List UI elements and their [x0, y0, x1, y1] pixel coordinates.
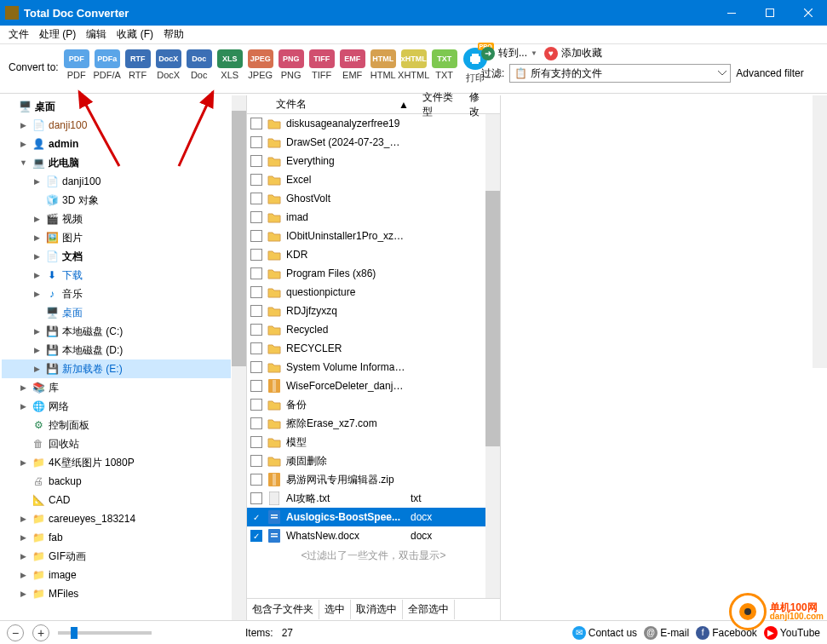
file-checkbox[interactable] [250, 455, 262, 467]
add-favorite-button[interactable]: ♥ 添加收藏 [544, 46, 602, 60]
tree-item[interactable]: ▶💾本地磁盘 (D:) [2, 341, 231, 359]
menu-file[interactable]: 文件 [9, 27, 29, 42]
minimize-button[interactable] [712, 0, 750, 26]
format-png[interactable]: PNGPNG [277, 48, 306, 80]
filelist-scrollbar-thumb[interactable] [485, 191, 500, 446]
expand-toggle[interactable]: ▶ [19, 140, 28, 149]
expand-toggle[interactable]: ▶ [32, 252, 42, 262]
file-checkbox[interactable] [250, 436, 262, 448]
menu-help[interactable]: 帮助 [164, 27, 184, 42]
expand-toggle[interactable]: ▼ [19, 158, 28, 168]
tree-item[interactable]: ⚙控制面板 [2, 416, 231, 434]
format-xls[interactable]: XLSXLS [215, 48, 244, 80]
file-checkbox[interactable] [250, 492, 262, 504]
file-checkbox[interactable] [250, 136, 262, 148]
file-row[interactable]: IObitUninstaller1Pro_xz7.com [247, 227, 500, 245]
column-name[interactable]: 文件名▲ [269, 97, 416, 112]
expand-toggle[interactable]: ▶ [32, 327, 42, 336]
filter-dropdown[interactable]: 📋 所有支持的文件 [509, 64, 731, 83]
format-xhtml[interactable]: xHTMLXHTML [399, 48, 428, 80]
menu-process[interactable]: 处理 (P) [39, 27, 76, 42]
file-checkbox[interactable] [250, 399, 262, 411]
file-row[interactable]: 擦除Erase_xz7.com [247, 414, 500, 433]
file-checkbox[interactable] [250, 230, 262, 242]
folder-tree[interactable]: 🖥️桌面▶📄danji100▶👤admin▼💻此电脑▶📄danji100🧊3D … [0, 95, 233, 605]
file-row[interactable]: ✓WhatsNew.docxdocx [247, 526, 500, 545]
file-row[interactable]: 顽固删除 [247, 451, 500, 470]
tree-item[interactable]: ▶♪音乐 [2, 285, 231, 303]
file-row[interactable]: Everything [247, 152, 500, 170]
file-row[interactable]: Excel [247, 170, 500, 189]
expand-toggle[interactable]: ▶ [19, 121, 28, 130]
tree-item[interactable]: 🖨backup [2, 472, 231, 491]
file-checkbox[interactable] [250, 267, 262, 279]
include-subfolders-button[interactable]: 包含子文件夹 [247, 600, 319, 619]
file-row[interactable]: imad [247, 208, 500, 227]
file-row[interactable]: WiseForceDeleter_danji100.com.zip [247, 377, 500, 395]
tree-item[interactable]: ▶📁GIF动画 [2, 547, 231, 566]
filelist-scrollbar[interactable] [485, 114, 500, 598]
social-contact-us[interactable]: ✉Contact us [572, 626, 637, 640]
tree-item[interactable]: 📐CAD [2, 491, 231, 509]
maximize-button[interactable] [750, 0, 789, 26]
tree-item[interactable]: ▶📁careueyes_183214 [2, 509, 231, 528]
tree-item[interactable]: 🧊3D 对象 [2, 191, 231, 210]
file-checkbox[interactable] [250, 211, 262, 223]
file-checkbox[interactable] [250, 324, 262, 336]
goto-button[interactable]: ➜ 转到... ▼ [481, 46, 537, 60]
expand-toggle[interactable]: ▶ [32, 290, 42, 299]
file-row[interactable]: 模型 [247, 433, 500, 451]
file-checkbox[interactable] [250, 193, 262, 204]
social-e-mail[interactable]: @E-mail [644, 626, 689, 640]
format-html[interactable]: HTMLHTML [369, 48, 398, 80]
tree-item[interactable]: ▶📁4K壁纸图片 1080P [2, 453, 231, 472]
tree-item[interactable]: ▶📚库 [2, 378, 231, 397]
tree-scrollbar-thumb[interactable] [232, 111, 246, 366]
file-checkbox[interactable] [250, 174, 262, 186]
menu-favorites[interactable]: 收藏 (F) [117, 27, 153, 42]
tree-item[interactable]: ▶📄文档 [2, 247, 231, 266]
zoom-in-button[interactable]: + [32, 624, 49, 641]
file-row[interactable]: 备份 [247, 395, 500, 414]
tree-item[interactable]: ▶💾本地磁盘 (C:) [2, 322, 231, 341]
expand-toggle[interactable]: ▶ [19, 458, 28, 468]
format-pdfa[interactable]: PDFaPDF/A [93, 48, 122, 80]
tree-item[interactable]: 🖥️桌面 [2, 97, 231, 116]
tree-item[interactable]: ▶🎬视频 [2, 210, 231, 228]
file-row[interactable]: diskusageanalyzerfree19 [247, 114, 500, 133]
expand-toggle[interactable]: ▶ [32, 365, 42, 374]
format-emf[interactable]: EMFEMF [338, 48, 367, 80]
file-checkbox[interactable] [250, 361, 262, 373]
expand-toggle[interactable]: ▶ [32, 271, 42, 280]
advanced-filter-link[interactable]: Advanced filter [736, 67, 803, 79]
tree-scrollbar[interactable] [232, 95, 246, 620]
file-checkbox[interactable] [250, 118, 262, 129]
expand-toggle[interactable]: ▶ [32, 233, 42, 243]
file-row[interactable]: 易游网讯专用编辑器.zip [247, 470, 500, 489]
file-row[interactable]: GhostVolt [247, 189, 500, 208]
format-txt[interactable]: TXTTXT [430, 48, 459, 80]
tree-item[interactable]: ▶👤admin [2, 135, 231, 153]
menu-edit[interactable]: 编辑 [86, 27, 106, 42]
tree-item[interactable]: ▶📁MFiles [2, 584, 231, 603]
format-docx[interactable]: DocXDocX [154, 48, 183, 80]
tree-item[interactable]: 🖥️桌面 [2, 303, 231, 322]
expand-toggle[interactable]: ▶ [19, 552, 28, 561]
file-checkbox[interactable] [250, 249, 262, 261]
file-checkbox[interactable]: ✓ [250, 511, 262, 523]
zoom-slider-handle[interactable] [71, 627, 78, 639]
file-row[interactable]: System Volume Information [247, 358, 500, 377]
format-doc[interactable]: DocDoc [185, 48, 214, 80]
expand-toggle[interactable]: ▶ [19, 571, 28, 580]
deselect-button[interactable]: 取消选中 [351, 600, 403, 619]
format-tiff[interactable]: TIFFTIFF [307, 48, 336, 80]
tree-item[interactable]: ▶📄danji100 [2, 116, 231, 135]
file-row[interactable]: Recycled [247, 320, 500, 339]
file-row[interactable]: RECYCLER [247, 339, 500, 358]
tree-item[interactable]: ▶📁image [2, 566, 231, 584]
file-checkbox[interactable] [250, 155, 262, 167]
file-checkbox[interactable] [250, 417, 262, 429]
format-pdf[interactable]: PDFPDF [62, 48, 91, 80]
file-checkbox[interactable] [250, 286, 262, 298]
filtered-files-note[interactable]: <过滤出了一些文件，双击显示> [247, 545, 500, 566]
